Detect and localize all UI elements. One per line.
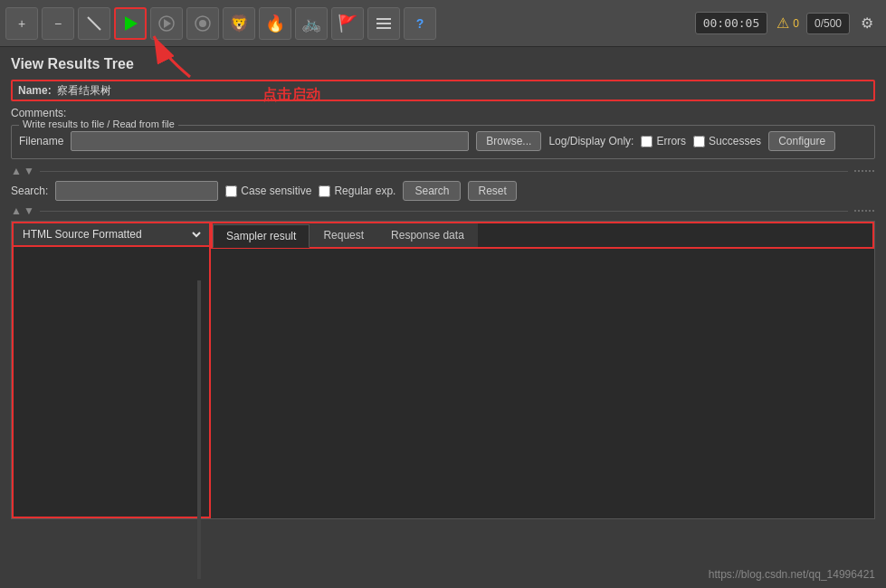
regular-exp-group: Regular exp.: [319, 185, 395, 197]
file-section: Write results to file / Read from file F…: [11, 125, 875, 159]
add-button[interactable]: +: [5, 7, 38, 40]
format-select[interactable]: HTML Source Formatted Text JSON XML HTML: [19, 227, 204, 242]
divider-arrows-bottom: ▲▼ ⋯⋯: [11, 204, 875, 217]
watermark: https://blog.csdn.net/qq_14996421: [709, 568, 875, 581]
filename-label: Filename: [19, 135, 63, 147]
warning-badge: ⚠ 0: [776, 14, 799, 32]
filename-row: Filename Browse... Log/Display Only: Err…: [19, 131, 867, 151]
case-sensitive-group: Case sensitive: [225, 185, 311, 197]
counter-display: 0/500: [806, 13, 850, 34]
search-row: Search: Case sensitive Regular exp. Sear…: [11, 181, 875, 201]
toolbar: + − 🦁 🔥 🚲 🚩 ? 00:00:05 ⚠ 0 0/500 ⚙: [0, 0, 886, 47]
comments-row: Comments:: [11, 107, 875, 119]
tabs-bar: Sampler result Request Response data: [213, 223, 478, 247]
warning-icon: ⚠: [776, 14, 789, 32]
log-display-label: Log/Display Only:: [548, 135, 634, 147]
stop-green-button[interactable]: [150, 7, 183, 40]
timer-display: 00:00:05: [695, 12, 768, 34]
errors-checkbox-group: Errors: [641, 135, 686, 147]
clear-button[interactable]: [78, 7, 110, 40]
tab-response-data[interactable]: Response data: [377, 223, 478, 247]
left-content: [14, 247, 209, 517]
search-button[interactable]: Search: [403, 181, 461, 201]
reset-button[interactable]: Reset: [468, 181, 516, 201]
svg-marker-1: [125, 16, 138, 31]
tabs-container: Sampler result Request Response data: [211, 222, 874, 249]
tab-content-area: [211, 249, 874, 518]
fire-button[interactable]: 🔥: [259, 7, 291, 40]
case-sensitive-label: Case sensitive: [241, 185, 311, 197]
left-panel: HTML Source Formatted Text JSON XML HTML: [12, 222, 211, 518]
help-button[interactable]: ?: [404, 7, 436, 40]
settings-button[interactable]: ⚙: [853, 10, 881, 37]
svg-marker-3: [164, 19, 171, 28]
svg-rect-6: [376, 18, 391, 20]
regular-exp-checkbox[interactable]: [319, 185, 330, 197]
successes-checkbox[interactable]: [693, 136, 705, 147]
name-input[interactable]: [57, 84, 868, 97]
browse-button[interactable]: Browse...: [476, 131, 541, 151]
format-dropdown[interactable]: HTML Source Formatted Text JSON XML HTML: [14, 223, 209, 247]
svg-rect-8: [376, 27, 391, 29]
comments-label: Comments:: [11, 107, 66, 119]
bike-button[interactable]: 🚲: [295, 7, 328, 40]
file-section-legend: Write results to file / Read from file: [19, 119, 178, 129]
name-label: Name:: [18, 84, 52, 97]
panel-title: View Results Tree: [11, 56, 875, 72]
search-label: Search:: [11, 185, 48, 197]
svg-rect-7: [376, 23, 391, 24]
list-button[interactable]: [367, 7, 400, 40]
svg-point-5: [199, 20, 206, 27]
successes-checkbox-group: Successes: [693, 135, 761, 147]
tab-sampler-result[interactable]: Sampler result: [213, 224, 310, 248]
stop-button[interactable]: [186, 7, 219, 40]
monster-button[interactable]: 🦁: [223, 7, 255, 40]
results-area: HTML Source Formatted Text JSON XML HTML…: [11, 221, 875, 519]
flag-button[interactable]: 🚩: [331, 7, 364, 40]
errors-checkbox[interactable]: [641, 136, 653, 147]
case-sensitive-checkbox[interactable]: [225, 185, 237, 197]
configure-button[interactable]: Configure: [768, 131, 835, 151]
tab-request[interactable]: Request: [310, 223, 377, 247]
divider-arrows-top: ▲▼ ⋯⋯: [11, 165, 875, 177]
resize-handle[interactable]: [197, 280, 201, 579]
right-panel: Sampler result Request Response data: [211, 222, 874, 518]
remove-button[interactable]: −: [42, 7, 74, 40]
main-content: View Results Tree Name: Comments: Write …: [0, 47, 886, 528]
successes-label: Successes: [709, 135, 761, 147]
name-row: Name:: [11, 80, 875, 101]
filename-input[interactable]: [71, 131, 469, 151]
regular-exp-label: Regular exp.: [334, 185, 395, 197]
play-button[interactable]: [114, 7, 147, 40]
svg-line-0: [88, 17, 100, 30]
search-input[interactable]: [55, 181, 218, 201]
warning-count: 0: [793, 17, 799, 30]
errors-label: Errors: [656, 135, 686, 147]
